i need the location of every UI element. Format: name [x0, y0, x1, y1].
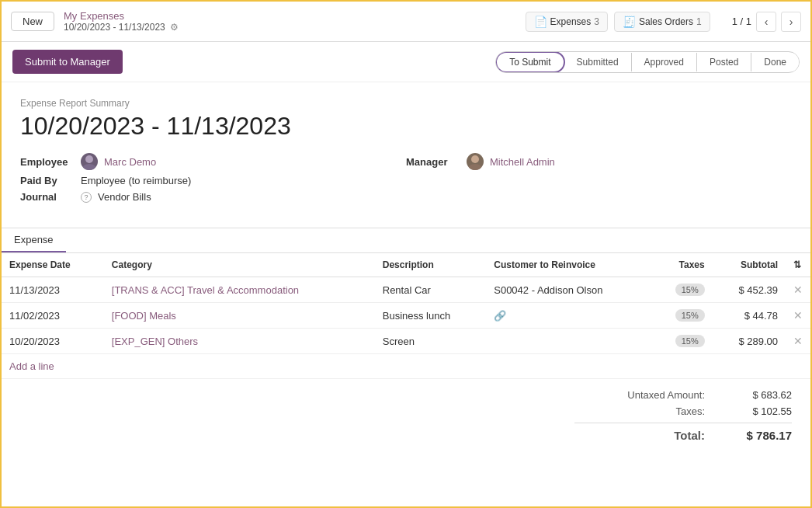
- th-subtotal: Subtotal: [713, 253, 786, 277]
- th-taxes: Taxes: [652, 253, 712, 277]
- employee-field-row: Employee Marc Demo: [20, 153, 406, 170]
- new-button[interactable]: New: [11, 12, 54, 31]
- expense-table: Expense Date Category Description Custom…: [2, 253, 810, 354]
- tab-section: Expense Expense Date Category Descriptio…: [2, 228, 810, 378]
- sales-orders-pill-count: 1: [696, 16, 702, 27]
- breadcrumb-sub: 10/20/2023 - 11/13/2023 ⚙: [64, 22, 179, 33]
- paid-by-field-row: Paid By Employee (to reimburse): [20, 175, 406, 186]
- journal-field-row: Journal ? Vendor Bills: [20, 191, 406, 203]
- expense-subtotal-1: $ 44.78: [713, 303, 786, 329]
- expense-category-0[interactable]: [TRANS & ACC] Travel & Accommodation: [104, 277, 375, 303]
- expenses-pill[interactable]: 📄 Expenses 3: [526, 12, 608, 32]
- expense-category-1[interactable]: [FOOD] Meals: [104, 303, 375, 329]
- sort-icon[interactable]: ⇅: [793, 259, 801, 270]
- submit-to-manager-button[interactable]: Submit to Manager: [12, 50, 123, 74]
- manager-avatar: [467, 153, 484, 170]
- expenses-pill-count: 3: [594, 16, 599, 27]
- fields-right: Manager Mitchell Admin: [406, 153, 792, 203]
- employee-value[interactable]: Marc Demo: [104, 156, 156, 168]
- grand-total-label: Total:: [574, 429, 705, 442]
- tax-badge: 15%: [675, 309, 705, 322]
- top-bar: New My Expenses 10/20/2023 - 11/13/2023 …: [2, 2, 810, 42]
- employee-avatar: [81, 153, 98, 170]
- svg-point-0: [85, 155, 93, 163]
- expense-tax-1: 15%: [652, 303, 712, 329]
- expense-delete-0[interactable]: ✕: [786, 277, 810, 303]
- tabs-row: Expense: [2, 228, 810, 253]
- tax-badge: 15%: [675, 335, 705, 347]
- grand-total-row: Total: $ 786.17: [574, 426, 792, 444]
- fields-left: Employee Marc Demo Paid By Employee (to …: [20, 153, 406, 203]
- taxes-row: Taxes: $ 102.55: [574, 403, 792, 419]
- grand-total-value: $ 786.17: [730, 429, 792, 442]
- expense-date-1: 11/02/2023: [2, 303, 104, 329]
- untaxed-amount-value: $ 683.62: [730, 389, 792, 401]
- gear-icon[interactable]: ⚙: [170, 22, 179, 33]
- delete-icon[interactable]: ✕: [793, 335, 803, 347]
- th-category: Category: [104, 253, 375, 277]
- journal-value: Vendor Bills: [98, 191, 151, 203]
- breadcrumb: My Expenses 10/20/2023 - 11/13/2023 ⚙: [64, 10, 179, 33]
- taxes-value: $ 102.55: [730, 405, 792, 417]
- taxes-label: Taxes:: [574, 405, 705, 417]
- sales-orders-pill[interactable]: 🧾 Sales Orders 1: [614, 12, 710, 32]
- expense-customer-1: 🔗: [486, 303, 652, 329]
- pagination-next-button[interactable]: ›: [781, 12, 801, 32]
- expense-date-2: 10/20/2023: [2, 329, 104, 354]
- breadcrumb-title[interactable]: My Expenses: [64, 10, 179, 22]
- expense-description-2: Screen: [375, 329, 486, 354]
- expense-delete-2[interactable]: ✕: [786, 329, 810, 354]
- table-row: 11/02/2023 [FOOD] Meals Business lunch 🔗…: [2, 303, 810, 329]
- delete-icon[interactable]: ✕: [793, 284, 803, 296]
- svg-point-1: [82, 164, 96, 170]
- main-content: Expense Report Summary 10/20/2023 - 11/1…: [2, 82, 810, 228]
- report-summary-label: Expense Report Summary: [20, 98, 792, 109]
- paid-by-label: Paid By: [20, 175, 75, 186]
- expense-delete-1[interactable]: ✕: [786, 303, 810, 329]
- journal-help-icon[interactable]: ?: [81, 192, 92, 203]
- fields-grid: Employee Marc Demo Paid By Employee (to …: [20, 153, 792, 203]
- sales-orders-pill-label: Sales Orders: [639, 16, 693, 27]
- delete-icon[interactable]: ✕: [793, 309, 803, 322]
- th-expense-date: Expense Date: [2, 253, 104, 277]
- status-to-submit[interactable]: To Submit: [495, 51, 564, 73]
- untaxed-amount-label: Untaxed Amount:: [574, 389, 705, 401]
- th-actions: ⇅: [786, 253, 810, 277]
- expense-customer-0: S00042 - Addison Olson: [486, 277, 652, 303]
- add-line-link[interactable]: Add a line: [2, 354, 62, 378]
- expense-subtotal-0: $ 452.39: [713, 277, 786, 303]
- nav-pills: 📄 Expenses 3 🧾 Sales Orders 1: [526, 12, 710, 32]
- status-bar: To Submit Submitted Approved Posted Done: [495, 51, 800, 73]
- status-submitted[interactable]: Submitted: [564, 53, 632, 71]
- journal-label: Journal: [20, 191, 75, 203]
- expense-description-0: Rental Car: [375, 277, 486, 303]
- expense-category-2[interactable]: [EXP_GEN] Others: [104, 329, 375, 354]
- pagination-prev-button[interactable]: ‹: [756, 12, 776, 32]
- totals-section: Untaxed Amount: $ 683.62 Taxes: $ 102.55…: [2, 378, 810, 452]
- tax-badge: 15%: [675, 284, 705, 296]
- th-customer: Customer to Reinvoice: [486, 253, 652, 277]
- untaxed-amount-row: Untaxed Amount: $ 683.62: [574, 387, 792, 403]
- employee-label: Employee: [20, 156, 75, 168]
- status-approved[interactable]: Approved: [632, 53, 697, 71]
- svg-point-2: [471, 155, 479, 163]
- expense-customer-2: [486, 329, 652, 354]
- expense-tax-0: 15%: [652, 277, 712, 303]
- action-bar: Submit to Manager To Submit Submitted Ap…: [2, 42, 810, 82]
- expense-tax-2: 15%: [652, 329, 712, 354]
- total-divider: [574, 423, 792, 423]
- manager-value[interactable]: Mitchell Admin: [490, 156, 555, 168]
- breadcrumb-date-range: 10/20/2023 - 11/13/2023: [64, 22, 165, 33]
- tab-expense[interactable]: Expense: [2, 228, 66, 252]
- th-description: Description: [375, 253, 486, 277]
- expense-description-1: Business lunch: [375, 303, 486, 329]
- manager-field-row: Manager Mitchell Admin: [406, 153, 792, 170]
- status-posted[interactable]: Posted: [697, 53, 751, 71]
- table-row: 11/13/2023 [TRANS & ACC] Travel & Accomm…: [2, 277, 810, 303]
- expenses-pill-icon: 📄: [534, 16, 547, 28]
- table-row: 10/20/2023 [EXP_GEN] Others Screen 15% $…: [2, 329, 810, 354]
- paid-by-value: Employee (to reimburse): [81, 175, 191, 186]
- sales-orders-pill-icon: 🧾: [623, 16, 636, 28]
- status-done[interactable]: Done: [751, 53, 799, 71]
- expense-subtotal-2: $ 289.00: [713, 329, 786, 354]
